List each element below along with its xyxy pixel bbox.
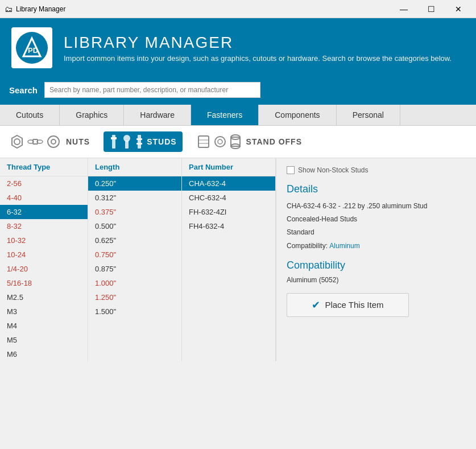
nuts-label: NUTS [66,137,90,146]
round-nut-icon [45,134,61,150]
sub-category-row: NUTS STUDS [0,126,476,158]
list-panel: Thread Type 2-56 4-40 6-32 8-32 10-32 10… [0,158,276,361]
svg-rect-11 [111,137,117,139]
place-item-button[interactable]: ✔ Place This Item [287,293,409,317]
svg-rect-15 [136,138,142,140]
length-header: Length [88,158,181,176]
length-item-0312[interactable]: 0.312" [88,191,181,205]
place-item-label: Place This Item [325,300,383,310]
checkmark-icon: ✔ [312,299,320,311]
tab-personal[interactable]: Personal [337,105,400,125]
thread-item-10-32[interactable]: 10-32 [0,233,88,248]
maximize-button[interactable]: ☐ [418,0,444,18]
length-item-0625[interactable]: 0.625" [88,233,181,248]
details-title: Details [287,183,466,195]
svg-text:PD: PD [28,46,38,55]
details-compatibility-line: Compatibility: Aluminum [287,241,466,252]
svg-point-20 [215,137,225,147]
standoff-rect-icon [196,134,211,150]
details-panel: Show Non-Stock Studs Details CHA-632-4 6… [276,158,476,361]
title-bar-left: 🗂 Library Manager [5,5,65,14]
length-column: Length 0.250" 0.312" 0.375" 0.500" 0.625… [88,158,182,361]
search-label: Search [9,85,38,95]
logo-inner: PD [16,32,48,64]
svg-marker-3 [12,135,22,148]
sub-cat-standoffs[interactable]: STAND OFFS [196,134,302,150]
studs-icons [109,134,143,150]
part-item-chc-632-4[interactable]: CHC-632-4 [182,191,275,205]
thread-type-header: Thread Type [0,158,88,176]
part-item-fh-632-4zi[interactable]: FH-632-4ZI [182,205,275,219]
thread-item-1-4-20[interactable]: 1/4-20 [0,262,88,276]
standoff-circle-icon [213,134,227,150]
part-number-header: Part Number [182,158,275,176]
length-item-0500[interactable]: 0.500" [88,219,181,233]
stud-icon-3 [135,134,143,150]
tab-hardware[interactable]: Hardware [124,105,191,125]
part-item-fh4-632-4[interactable]: FH4-632-4 [182,219,275,233]
close-button[interactable]: ✕ [445,0,471,18]
hex-nut-icon [9,134,25,150]
nuts-icons [9,134,61,150]
sub-cat-studs[interactable]: STUDS [104,131,182,152]
length-list: 0.250" 0.312" 0.375" 0.500" 0.625" 0.750… [88,176,181,361]
app-header: PD LIBRARY MANAGER Import common items i… [0,18,476,77]
length-item-0375[interactable]: 0.375" [88,205,181,219]
thread-item-m3[interactable]: M3 [0,304,88,319]
thread-item-2-56[interactable]: 2-56 [0,176,88,191]
minimize-button[interactable]: — [391,0,417,18]
tab-graphics[interactable]: Graphics [60,105,124,125]
part-item-cha-632-4[interactable]: CHA-632-4 [182,176,275,191]
standoffs-icons [196,134,242,150]
logo: PD [11,27,52,68]
tab-fasteners[interactable]: Fasteners [191,105,259,125]
length-item-0750[interactable]: 0.750" [88,248,181,262]
thread-item-4-40[interactable]: 4-40 [0,191,88,205]
length-item-0875[interactable]: 0.875" [88,262,181,276]
thread-item-m5[interactable]: M5 [0,333,88,347]
thread-type-column: Thread Type 2-56 4-40 6-32 8-32 10-32 10… [0,158,88,361]
tab-components[interactable]: Components [259,105,336,125]
compatibility-value: Aluminum (5052) [287,276,466,284]
length-item-0250[interactable]: 0.250" [88,176,181,191]
standoff-cylinder-icon [229,134,242,150]
stud-icon-2 [121,134,133,150]
search-input[interactable] [44,82,260,98]
thread-item-8-32[interactable]: 8-32 [0,219,88,233]
thread-item-6-32[interactable]: 6-32 [0,205,88,219]
thread-item-10-24[interactable]: 10-24 [0,248,88,262]
category-tabs: Cutouts Graphics Hardware Fasteners Comp… [0,105,476,126]
length-item-1500[interactable]: 1.500" [88,304,181,319]
svg-rect-16 [136,143,142,145]
svg-rect-14 [138,135,141,149]
svg-rect-13 [125,141,129,149]
title-bar: 🗂 Library Manager — ☐ ✕ [0,0,476,18]
svg-rect-17 [198,136,209,147]
title-bar-controls: — ☐ ✕ [391,0,471,18]
thread-item-m4[interactable]: M4 [0,319,88,333]
search-bar: Search [0,77,476,105]
show-nonstock-checkbox[interactable] [287,166,295,174]
svg-point-21 [218,139,222,144]
svg-point-4 [14,139,20,145]
thread-item-m6[interactable]: M6 [0,347,88,361]
tab-cutouts[interactable]: Cutouts [0,105,60,125]
length-item-1000[interactable]: 1.000" [88,276,181,290]
thread-type-list: 2-56 4-40 6-32 8-32 10-32 10-24 1/4-20 5… [0,176,88,361]
columns-area: Thread Type 2-56 4-40 6-32 8-32 10-32 10… [0,158,476,361]
compatibility-title: Compatibility [287,259,466,271]
details-description-3: Standard [287,227,466,238]
header-text: LIBRARY MANAGER Import common items into… [64,34,452,63]
thread-item-m2-5[interactable]: M2.5 [0,290,88,304]
wing-nut-icon [27,134,43,150]
length-item-1250[interactable]: 1.250" [88,290,181,304]
studs-label: STUDS [147,137,176,146]
details-description-1: CHA-632-4 6-32 - .212 by .250 aluminum S… [287,201,466,212]
sub-cat-nuts[interactable]: NUTS [9,134,90,150]
part-number-list: CHA-632-4 CHC-632-4 FH-632-4ZI FH4-632-4 [182,176,275,361]
show-nonstock-label: Show Non-Stock Studs [298,166,368,174]
thread-item-5-16-18[interactable]: 5/16-18 [0,276,88,290]
show-nonstock-row: Show Non-Stock Studs [287,166,466,174]
svg-rect-10 [112,135,115,149]
svg-point-9 [51,139,56,144]
